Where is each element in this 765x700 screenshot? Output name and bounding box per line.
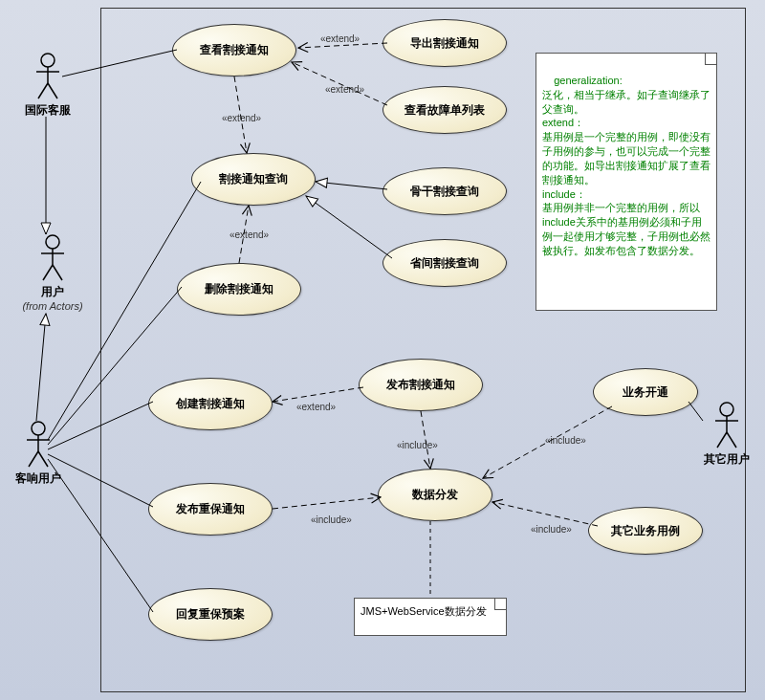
actor-label: 国际客服 — [19, 102, 76, 119]
uc-publish-heavy-notice: 发布重保通知 — [148, 483, 273, 536]
uc-data-dispatch: 数据分发 — [378, 469, 492, 521]
uc-export-cut-notice: 导出割接通知 — [382, 19, 507, 67]
stereo-include: «include» — [311, 514, 352, 525]
uc-backbone-query: 骨干割接查询 — [382, 167, 507, 215]
stereo-extend: «extend» — [320, 33, 360, 44]
svg-point-10 — [32, 422, 45, 435]
uc-view-cut-notice: 查看割接通知 — [172, 24, 296, 77]
stickman-icon — [33, 53, 62, 100]
svg-line-21 — [36, 314, 46, 421]
stickman-icon — [38, 234, 67, 282]
svg-point-15 — [720, 403, 733, 416]
note-fold-icon — [705, 54, 716, 65]
stickman-icon — [712, 402, 741, 449]
actor-label: 用户 — [19, 284, 86, 300]
svg-line-18 — [717, 432, 727, 448]
note-main: generalization: 泛化，相当于继承。如子查询继承了父查询。 ext… — [536, 53, 717, 311]
svg-line-19 — [727, 432, 736, 448]
stereo-extend: «extend» — [222, 113, 261, 123]
actor-other-user: 其它用户 — [698, 402, 755, 468]
stereo-include: «include» — [545, 435, 586, 446]
note-fold-icon — [494, 599, 506, 610]
actor-label: 客响用户 — [10, 470, 67, 487]
svg-line-8 — [43, 265, 53, 280]
stereo-extend: «extend» — [296, 402, 336, 412]
stereo-extend: «extend» — [325, 84, 364, 95]
actor-sublabel: (from Actors) — [19, 300, 86, 312]
svg-line-4 — [48, 83, 57, 98]
stereo-include: «include» — [397, 440, 438, 450]
uc-publish-cut-notice: 发布割接通知 — [359, 359, 483, 411]
stickman-icon — [24, 421, 53, 469]
svg-line-13 — [29, 451, 38, 467]
actor-cx-user: 客响用户 — [10, 421, 67, 487]
stereo-extend: «extend» — [230, 230, 269, 240]
uc-prov-query: 省间割接查询 — [382, 239, 507, 287]
uc-biz-open: 业务开通 — [593, 368, 698, 416]
uc-other-biz-uc: 其它业务用例 — [588, 507, 703, 555]
svg-point-5 — [46, 235, 59, 249]
note-small: JMS+WebService数据分发 — [354, 598, 507, 636]
svg-line-14 — [38, 451, 48, 467]
uc-create-cut-notice: 创建割接通知 — [148, 378, 273, 430]
svg-line-9 — [53, 265, 62, 280]
actor-user: 用户 (from Actors) — [19, 234, 86, 312]
uc-view-fault-list: 查看故障单列表 — [382, 86, 507, 134]
stereo-include: «include» — [531, 524, 572, 535]
actor-intl-cs: 国际客服 — [19, 53, 76, 119]
diagram-canvas: 国际客服 用户 (from Actors) 客响用户 其 — [0, 0, 765, 700]
uc-delete-cut-notice: 删除割接通知 — [177, 263, 301, 316]
uc-reply-heavy-plan: 回复重保预案 — [148, 588, 273, 641]
uc-cut-notice-query: 割接通知查询 — [191, 153, 316, 206]
svg-line-3 — [38, 83, 48, 98]
actor-label: 其它用户 — [698, 451, 755, 468]
svg-point-0 — [41, 54, 55, 67]
